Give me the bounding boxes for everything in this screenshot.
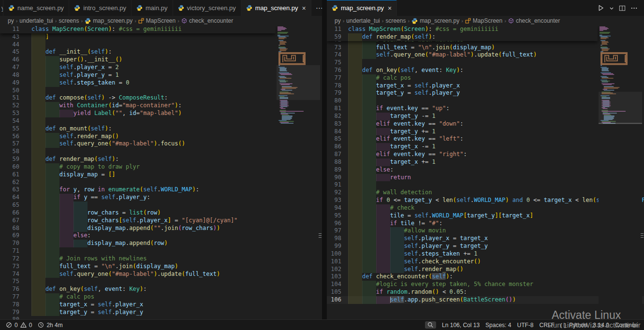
- code-line[interactable]: 75: [327, 59, 644, 67]
- code-line[interactable]: 101 self.check_encounter(): [327, 258, 644, 266]
- code-line[interactable]: 68 display_map.append("".join(row_chars)…: [0, 225, 322, 232]
- tab-main-py[interactable]: main.py: [132, 0, 173, 16]
- code-line[interactable]: 88 target_x += 1: [327, 158, 644, 166]
- status-eol[interactable]: CRLF: [536, 320, 557, 330]
- code-line[interactable]: 102 self.render_map(): [327, 266, 644, 273]
- code-line[interactable]: 46 super().__init__(): [0, 56, 322, 64]
- breadcrumb-item-py[interactable]: py: [335, 17, 341, 24]
- sticky-scroll-right[interactable]: 11class MapScreen(Screen): #css = gemini…: [327, 26, 598, 41]
- code-editor-right[interactable]: 72 # Join rows with newlines73 full_text…: [327, 26, 644, 319]
- breadcrumb-item-check_encounter[interactable]: check_encounter: [181, 17, 233, 24]
- code-line[interactable]: 93 if 0 <= target_y < len(self.WORLD_MAP…: [327, 197, 644, 204]
- code-line[interactable]: 82 target_y -= 1: [327, 113, 644, 120]
- code-line[interactable]: 49 self.steps_taken = 0: [0, 79, 322, 87]
- code-line[interactable]: 77 # calc pos: [0, 293, 322, 301]
- run-python-file-button[interactable]: [596, 3, 606, 13]
- code-line[interactable]: 74 self.query_one("#map-label").update(f…: [327, 51, 644, 59]
- breadcrumb-item-undertale_tui[interactable]: undertale_tui: [19, 17, 53, 24]
- breadcrumb-item-screens[interactable]: screens: [59, 17, 79, 24]
- code-line[interactable]: 98 self.player_x = target_x: [327, 235, 644, 243]
- code-line[interactable]: 79 target_y = self.player_y: [0, 309, 322, 316]
- code-line[interactable]: 66 row_chars = list(row): [0, 209, 322, 217]
- code-line[interactable]: 94 # check: [327, 204, 644, 212]
- code-line[interactable]: 72 # Join rows with newlines: [0, 255, 322, 263]
- code-line[interactable]: 50: [0, 87, 322, 95]
- status-encoding[interactable]: UTF-8: [514, 320, 536, 330]
- code-line[interactable]: 45 def __init__(self):: [0, 48, 322, 56]
- tab-map_screen-py[interactable]: map_screen.py×: [241, 0, 311, 16]
- code-line[interactable]: 95 tile = self.WORLD_MAP[target_y][targe…: [327, 212, 644, 220]
- code-line[interactable]: 61 display_map = []: [0, 171, 322, 179]
- code-line[interactable]: 85 elif event.key == "left":: [327, 135, 644, 143]
- code-line[interactable]: 90 return: [327, 174, 644, 182]
- code-line[interactable]: 100 self.steps_taken += 1: [327, 250, 644, 258]
- tab-victory_screen-py[interactable]: victory_screen.py: [173, 0, 241, 16]
- code-line[interactable]: 44: [0, 41, 322, 49]
- breadcrumb-item-py[interactable]: py: [8, 17, 14, 24]
- code-line[interactable]: 87 elif event.key == "right":: [327, 151, 644, 158]
- code-editor-left[interactable]: 43 ]4445 def __init__(self):46 super()._…: [0, 26, 322, 319]
- status-python-version[interactable]: 3.14.0: [590, 320, 612, 330]
- code-line[interactable]: 97 #allow movin: [327, 227, 644, 235]
- split-editor-button[interactable]: [617, 3, 627, 13]
- code-line[interactable]: 65: [0, 201, 322, 209]
- code-line[interactable]: 76 def on_key(self, event: Key):: [327, 67, 644, 74]
- code-lines-left[interactable]: 43 ]4445 def __init__(self):46 super()._…: [0, 33, 322, 319]
- breadcrumb-item-check_encounter[interactable]: check_encounter: [508, 17, 560, 24]
- code-line[interactable]: 48 self.player_y = 1: [0, 72, 322, 79]
- code-line[interactable]: 91: [327, 181, 644, 189]
- code-line[interactable]: 63 for y, row in enumerate(self.WORLD_MA…: [0, 186, 322, 194]
- code-line[interactable]: 77 # calc pos: [327, 74, 644, 82]
- breadcrumb-item-MapScreen[interactable]: MapScreen: [465, 17, 502, 24]
- code-line[interactable]: 76 def on_key(self, event: Key):: [0, 286, 322, 293]
- code-line[interactable]: 74 self.query_one("#map-label").update(f…: [0, 271, 322, 278]
- code-line[interactable]: 58: [0, 148, 322, 156]
- status-continue-extension[interactable]: Continue: [612, 320, 641, 330]
- code-line[interactable]: 59 def render_map(self):: [327, 33, 598, 41]
- status-time-tracker[interactable]: 2h 4m: [35, 320, 65, 330]
- code-line[interactable]: 104 #logic is every step taken, 5% chanc…: [327, 281, 644, 288]
- tab-intro_screen-py[interactable]: intro_screen.py: [69, 0, 132, 16]
- code-line[interactable]: 43 ]: [0, 33, 322, 41]
- code-line[interactable]: 56 self.render_map(): [0, 133, 322, 141]
- scrollbar-grip-left[interactable]: [318, 233, 322, 238]
- code-line[interactable]: 11class MapScreen(Screen): #css = gemini…: [327, 26, 598, 33]
- code-line[interactable]: 84 target_y += 1: [327, 128, 644, 136]
- code-line[interactable]: 70 display_map.append(row): [0, 240, 322, 247]
- breadcrumb-item-map_screen-py[interactable]: map_screen.py: [411, 17, 459, 24]
- code-line[interactable]: 47 self.player_x = 2: [0, 64, 322, 72]
- code-line[interactable]: 11class MapScreen(Screen): #css = gemini…: [0, 26, 276, 33]
- code-line[interactable]: 92 # wall detection: [327, 189, 644, 197]
- code-line[interactable]: 79 target_y = self.player_y: [327, 89, 644, 97]
- minimap-left[interactable]: [277, 26, 320, 319]
- code-line[interactable]: 99 self.player_y = target_y: [327, 243, 644, 250]
- breadcrumb-item-undertale_tui[interactable]: undertale_tui: [346, 17, 380, 24]
- tab-close-icon[interactable]: ×: [388, 5, 392, 12]
- status-zoom-indicator[interactable]: [422, 320, 439, 330]
- code-line[interactable]: 83 elif event.key == "down":: [327, 120, 644, 128]
- code-line[interactable]: 96 if tile != "#":: [327, 220, 644, 228]
- code-line[interactable]: 62: [0, 179, 322, 187]
- code-line[interactable]: 105 if random.random() < 0.05:: [327, 288, 644, 296]
- status-cursor-position[interactable]: Ln 106, Col 13: [439, 320, 483, 330]
- code-line[interactable]: 53 yield Label("", id="map-label"): [0, 110, 322, 117]
- minimap-right[interactable]: [599, 26, 642, 319]
- run-dropdown-button[interactable]: [608, 4, 615, 12]
- breadcrumb-item-map_screen-py[interactable]: map_screen.py: [85, 17, 132, 24]
- breadcrumb-item-screens[interactable]: screens: [385, 17, 406, 24]
- code-line[interactable]: 86 target_x -= 1: [327, 143, 644, 151]
- code-lines-right[interactable]: 72 # Join rows with newlines73 full_text…: [327, 36, 644, 304]
- tab-partial[interactable]: y: [0, 0, 3, 16]
- code-line[interactable]: 78 target_x = self.player_x: [0, 301, 322, 309]
- code-line[interactable]: 67 row_chars[self.player_x] = "[cyan]@[/…: [0, 217, 322, 225]
- code-line[interactable]: 75: [0, 278, 322, 286]
- code-line[interactable]: 55 def on_mount(self):: [0, 125, 322, 133]
- code-line[interactable]: 71: [0, 247, 322, 255]
- code-line[interactable]: 51 def compose(self) -> ComposeResult:: [0, 94, 322, 102]
- code-line[interactable]: 106 self.app.push_screen(BattleScreen()): [327, 296, 644, 304]
- code-line[interactable]: 57 self.query_one("#map-label").focus(): [0, 140, 322, 148]
- code-line[interactable]: 69 else:: [0, 232, 322, 240]
- status-problems[interactable]: 00: [3, 320, 35, 330]
- status-indentation[interactable]: Spaces: 4: [483, 320, 514, 330]
- code-line[interactable]: 73 full_text = "\n".join(display_map): [327, 44, 644, 52]
